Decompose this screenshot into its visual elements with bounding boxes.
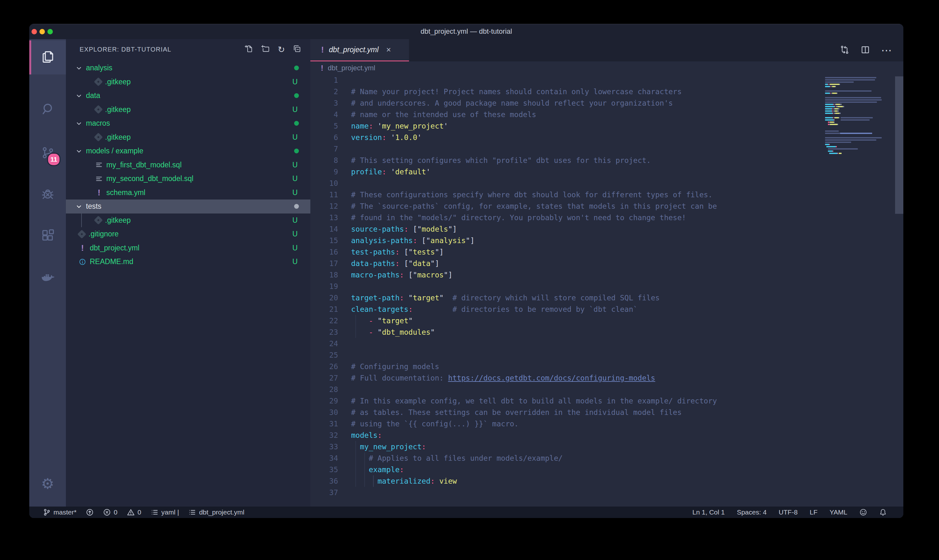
status-problems-warnings[interactable]: 0: [127, 508, 141, 516]
activity-debug-button[interactable]: [29, 185, 66, 205]
code-token[interactable]: source-paths: [351, 225, 404, 233]
code-token[interactable]: ": [448, 225, 453, 233]
code-token[interactable]: [435, 477, 439, 485]
code-token[interactable]: analysis: [430, 236, 466, 245]
code-token[interactable]: [: [413, 225, 417, 233]
code-token[interactable]: ": [413, 271, 417, 279]
code-line-23[interactable]: 23 - "dbt_modules": [310, 326, 904, 338]
activity-search-button[interactable]: [29, 100, 66, 120]
code-token[interactable]: :: [408, 305, 413, 314]
line-content[interactable]: # as tables. These settings can be overr…: [351, 407, 682, 418]
line-content[interactable]: target-path: "target" # directory which …: [351, 292, 660, 303]
code-line-17[interactable]: 17data-paths: ["data"]: [310, 258, 904, 269]
code-token[interactable]: ": [435, 248, 439, 256]
tab-close-icon[interactable]: ×: [386, 45, 391, 55]
code-token[interactable]: [351, 317, 369, 325]
line-content[interactable]: source-paths: ["models"]: [351, 223, 457, 235]
code-token[interactable]: # Name your project! Project names shoul…: [351, 88, 682, 96]
line-content[interactable]: # Configuring models: [351, 361, 439, 372]
tree-file-dbt-project-yml[interactable]: !dbt_project.ymlU: [66, 241, 310, 255]
code-token[interactable]: # Configuring models: [351, 362, 439, 371]
code-token[interactable]: ': [391, 133, 395, 142]
code-token[interactable]: ": [430, 259, 435, 268]
close-window-button[interactable]: [31, 29, 37, 34]
code-token[interactable]: ]: [453, 225, 457, 233]
code-line-31[interactable]: 31# using the `{{ config(...) }}` macro.: [310, 418, 904, 429]
code-token[interactable]: ': [377, 122, 382, 130]
code-editor[interactable]: 12# Name your project! Project names sho…: [310, 75, 904, 506]
code-line-7[interactable]: 7: [310, 143, 904, 155]
line-content[interactable]: name: 'my_new_project': [351, 120, 448, 132]
code-token[interactable]: analysis-paths: [351, 236, 413, 245]
code-line-21[interactable]: 21clean-targets: # directories to be rem…: [310, 303, 904, 315]
code-line-6[interactable]: 6version: '1.0.0': [310, 132, 904, 143]
code-line-36[interactable]: 36 materialized: view: [310, 475, 904, 487]
code-token[interactable]: ": [408, 248, 413, 256]
zoom-window-button[interactable]: [48, 29, 53, 34]
line-content[interactable]: analysis-paths: ["analysis"]: [351, 235, 474, 246]
tree-file--gitkeep[interactable]: .gitkeepU: [66, 103, 310, 117]
code-token[interactable]: [386, 133, 391, 142]
breadcrumb[interactable]: ! dbt_project.yml: [310, 62, 904, 75]
code-token[interactable]: ]: [470, 236, 474, 245]
code-token[interactable]: [: [408, 271, 413, 279]
code-token[interactable]: target: [382, 317, 408, 325]
code-token[interactable]: # and underscores. A good package name s…: [351, 99, 673, 107]
code-token[interactable]: view: [439, 477, 457, 485]
code-token[interactable]: profile: [351, 168, 382, 176]
breadcrumb-file[interactable]: dbt_project.yml: [328, 64, 375, 72]
status-problems-errors[interactable]: 0: [103, 508, 117, 516]
line-content[interactable]: # Name your project! Project names shoul…: [351, 86, 682, 97]
code-token[interactable]: :: [404, 225, 408, 233]
code-token[interactable]: ": [408, 259, 413, 268]
code-token[interactable]: [: [404, 248, 408, 256]
code-line-8[interactable]: 8# This setting configures which "profil…: [310, 155, 904, 166]
code-token[interactable]: default: [395, 168, 426, 176]
code-line-15[interactable]: 15analysis-paths: ["analysis"]: [310, 235, 904, 246]
collapse-all-icon[interactable]: [292, 44, 302, 54]
line-content[interactable]: # using the `{{ config(...) }}` macro.: [351, 418, 519, 429]
code-token[interactable]: [404, 294, 408, 302]
line-content[interactable]: macro-paths: ["macros"]: [351, 269, 453, 281]
line-content[interactable]: clean-targets: # directories to be remov…: [351, 303, 637, 315]
code-line-30[interactable]: 30# as tables. These settings can be ove…: [310, 407, 904, 418]
code-token[interactable]: # directory which will store compiled SQ…: [453, 294, 660, 302]
code-token[interactable]: https://docs.getdbt.com/docs/configuring…: [448, 374, 656, 382]
code-token[interactable]: [399, 259, 404, 268]
code-token[interactable]: :: [399, 271, 404, 279]
code-line-13[interactable]: 13# found in the "models/" directory. Yo…: [310, 212, 904, 223]
code-token[interactable]: name: [351, 122, 369, 130]
code-line-9[interactable]: 9profile: 'default': [310, 166, 904, 177]
code-line-26[interactable]: 26# Configuring models: [310, 361, 904, 372]
code-token[interactable]: ": [408, 294, 413, 302]
status-sync[interactable]: [86, 508, 94, 516]
code-token[interactable]: [386, 168, 391, 176]
new-folder-icon[interactable]: [261, 44, 270, 54]
code-token[interactable]: ": [417, 225, 422, 233]
refresh-icon[interactable]: ↻: [277, 45, 285, 54]
code-token[interactable]: [444, 294, 453, 302]
line-content[interactable]: profile: 'default': [351, 166, 430, 177]
code-token[interactable]: [408, 225, 413, 233]
tree-folder-macros[interactable]: macros: [66, 117, 310, 131]
status-notifications[interactable]: [879, 508, 887, 516]
status-cursor-position[interactable]: Ln 1, Col 1: [692, 508, 725, 516]
code-token[interactable]: ": [439, 294, 444, 302]
code-token[interactable]: :: [430, 477, 435, 485]
code-token[interactable]: materialized: [377, 477, 430, 485]
status-yaml-schema[interactable]: yaml |: [151, 508, 179, 516]
status-feedback[interactable]: [859, 508, 867, 516]
code-line-12[interactable]: 12# The `source-paths` config, for examp…: [310, 200, 904, 212]
code-line-4[interactable]: 4# name or the intended use of these mod…: [310, 109, 904, 120]
new-file-icon[interactable]: [245, 44, 253, 54]
code-token[interactable]: # The `source-paths` config, for example…: [351, 202, 717, 210]
tree-file-my-first-dbt-model-sql[interactable]: my_first_dbt_model.sqlU: [66, 158, 310, 172]
code-token[interactable]: # name or the intended use of these mode…: [351, 111, 536, 119]
code-token[interactable]: my_new_project: [360, 443, 422, 451]
code-token[interactable]: # using the `{{ config(...) }}` macro.: [351, 420, 519, 428]
code-token[interactable]: [417, 236, 422, 245]
code-token[interactable]: # Applies to all files under models/exam…: [369, 454, 562, 462]
code-token[interactable]: ': [426, 168, 430, 176]
code-line-28[interactable]: 28: [310, 384, 904, 395]
code-token[interactable]: target-path: [351, 294, 399, 302]
